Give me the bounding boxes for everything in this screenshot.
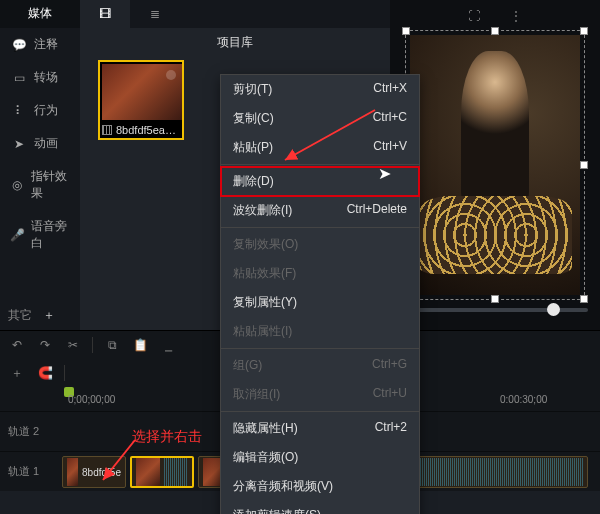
- menu-item-label: 编辑音频(O): [233, 449, 298, 466]
- add-icon[interactable]: ＋: [40, 306, 58, 324]
- menu-item-label: 波纹删除(I): [233, 202, 292, 219]
- context-menu-item[interactable]: 添加剪辑速度(S): [221, 501, 419, 514]
- paste-button[interactable]: 📋: [131, 336, 149, 354]
- fit-icon[interactable]: ⛶: [468, 9, 480, 23]
- thumbnail-image: [102, 64, 182, 120]
- sidebar-item-behavior[interactable]: ⠇ 行为: [0, 94, 80, 127]
- film-icon: [102, 125, 112, 135]
- context-menu-item: 粘贴属性(I): [221, 317, 419, 346]
- sidebar-item-label: 行为: [34, 102, 58, 119]
- menu-item-label: 复制属性(Y): [233, 294, 297, 311]
- sidebar-item-label: 指针效果: [31, 168, 70, 202]
- preview-canvas[interactable]: [405, 30, 585, 300]
- menu-item-shortcut: Ctrl+2: [375, 420, 407, 437]
- menu-item-shortcut: Ctrl+U: [373, 386, 407, 403]
- menu-item-label: 分离音频和视频(V): [233, 478, 333, 495]
- context-menu-item: 组(G)Ctrl+G: [221, 351, 419, 380]
- ruler-tick: 0;00;00;00: [68, 394, 115, 405]
- menu-item-label: 组(G): [233, 357, 262, 374]
- redo-button[interactable]: ↷: [36, 336, 54, 354]
- sidebar-item-transition[interactable]: ▭ 转场: [0, 61, 80, 94]
- track-label: 轨道 1: [0, 464, 58, 479]
- add-track-button[interactable]: ＋: [8, 364, 26, 382]
- magnet-button[interactable]: 🧲: [36, 364, 54, 382]
- tutorial-arrow: [95, 430, 225, 490]
- tutorial-arrow-2: [275, 100, 395, 180]
- media-thumbnail[interactable]: 8bdfdf5ea23e0e...: [98, 60, 184, 140]
- context-menu-item: 取消组(I)Ctrl+U: [221, 380, 419, 409]
- voiceover-icon: 🎤: [10, 228, 25, 242]
- menu-item-label: 删除(D): [233, 173, 274, 190]
- context-menu-item[interactable]: 隐藏属性(H)Ctrl+2: [221, 414, 419, 443]
- resize-handle[interactable]: [491, 27, 499, 35]
- animation-icon: ➤: [10, 137, 28, 151]
- menu-item-label: 添加剪辑速度(S): [233, 507, 321, 514]
- thumbnail-filename: 8bdfdf5ea23e0e...: [116, 124, 180, 136]
- preview-panel: ⛶ ⋮: [390, 0, 600, 330]
- ruler-tick: 0:00:30;00: [500, 394, 547, 405]
- context-menu-item[interactable]: 分离音频和视频(V): [221, 472, 419, 501]
- menu-item-shortcut: Ctrl+Delete: [347, 202, 407, 219]
- mediabin-tab-clips[interactable]: 🎞: [80, 0, 130, 28]
- track-label: 轨道 2: [0, 424, 58, 439]
- resize-handle[interactable]: [402, 27, 410, 35]
- sidebar-item-animation[interactable]: ➤ 动画: [0, 127, 80, 160]
- svg-line-0: [103, 440, 135, 480]
- mouse-cursor-icon: ➤: [378, 164, 391, 183]
- sidebar-item-label: 注释: [34, 36, 58, 53]
- context-menu-item[interactable]: 复制属性(Y): [221, 288, 419, 317]
- menu-item-label: 取消组(I): [233, 386, 280, 403]
- resize-handle[interactable]: [491, 295, 499, 303]
- menu-item-label: 粘贴属性(I): [233, 323, 292, 340]
- split-button[interactable]: ⎯: [159, 336, 177, 354]
- sidebar-tab-media[interactable]: 媒体: [0, 0, 80, 28]
- list-icon: ≣: [150, 7, 160, 21]
- left-sidebar: 媒体 💬 注释 ▭ 转场 ⠇ 行为 ➤ 动画 ◎ 指针效果: [0, 0, 80, 330]
- sidebar-item-voiceover[interactable]: 🎤 语音旁白: [0, 210, 80, 260]
- resize-handle[interactable]: [580, 27, 588, 35]
- mediabin-tab-list[interactable]: ≣: [130, 0, 180, 28]
- clip-wave: [406, 458, 583, 486]
- sidebar-item-label: 动画: [34, 135, 58, 152]
- menu-item-shortcut: Ctrl+G: [372, 357, 407, 374]
- mediabin-title: 项目库: [80, 28, 390, 57]
- menu-item-label: 粘贴效果(F): [233, 265, 296, 282]
- context-menu-item[interactable]: 编辑音频(O): [221, 443, 419, 472]
- resize-handle[interactable]: [580, 161, 588, 169]
- cut-button[interactable]: ✂: [64, 336, 82, 354]
- context-menu-item: 复制效果(O): [221, 230, 419, 259]
- context-menu-item[interactable]: 波纹删除(I)Ctrl+Delete: [221, 196, 419, 225]
- menu-item-label: 剪切(T): [233, 81, 272, 98]
- annotation-icon: 💬: [10, 38, 28, 52]
- menu-item-shortcut: Ctrl+X: [373, 81, 407, 98]
- preview-image: [410, 35, 580, 295]
- sidebar-item-label: 语音旁白: [31, 218, 70, 252]
- copy-button[interactable]: ⧉: [103, 336, 121, 354]
- sidebar-other-label: 其它: [8, 307, 32, 324]
- sidebar-other-row: 其它 ＋: [0, 300, 80, 330]
- svg-line-1: [285, 110, 375, 160]
- behavior-icon: ⠇: [10, 104, 28, 118]
- transition-icon: ▭: [10, 71, 28, 85]
- sidebar-item-label: 转场: [34, 69, 58, 86]
- resize-handle[interactable]: [580, 295, 588, 303]
- clips-icon: 🎞: [99, 7, 111, 21]
- settings-icon[interactable]: ⋮: [510, 9, 522, 23]
- sidebar-item-annotation[interactable]: 💬 注释: [0, 28, 80, 61]
- sidebar-item-cursor-fx[interactable]: ◎ 指针效果: [0, 160, 80, 210]
- context-menu-item: 粘贴效果(F): [221, 259, 419, 288]
- menu-item-label: 复制(C): [233, 110, 274, 127]
- menu-item-label: 隐藏属性(H): [233, 420, 298, 437]
- menu-item-label: 复制效果(O): [233, 236, 298, 253]
- cursor-fx-icon: ◎: [10, 178, 25, 192]
- clip-thumb: [67, 458, 78, 486]
- menu-item-label: 粘贴(P): [233, 139, 273, 156]
- undo-button[interactable]: ↶: [8, 336, 26, 354]
